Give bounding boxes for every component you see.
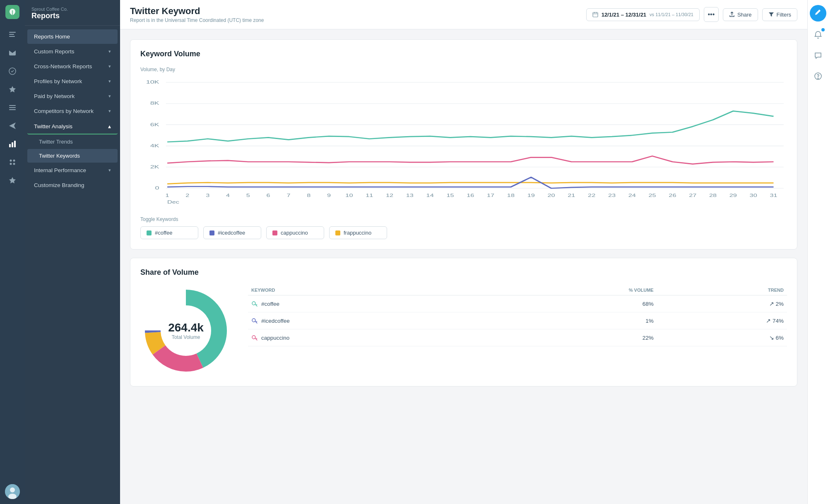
kw-label: #icedcoffee <box>218 230 245 236</box>
svg-text:4K: 4K <box>150 143 159 148</box>
svg-text:10K: 10K <box>146 79 159 84</box>
svg-text:8K: 8K <box>150 101 159 106</box>
sidebar-item-internal-performance[interactable]: Internal Performance ▾ <box>27 163 118 178</box>
svg-text:17: 17 <box>487 193 494 198</box>
sidebar-title: Reports <box>31 12 113 20</box>
kw-color-dot <box>147 230 152 235</box>
col-keyword: Keyword <box>248 285 489 295</box>
share-icon <box>729 12 735 17</box>
svg-point-15 <box>10 487 15 492</box>
svg-text:23: 23 <box>608 193 616 198</box>
sidebar-item-paid-by-network[interactable]: Paid by Network ▾ <box>27 89 118 103</box>
trend-value: ↘ 6% <box>657 329 787 346</box>
share-button[interactable]: Share <box>723 8 758 21</box>
svg-rect-8 <box>12 142 13 147</box>
reports-content: Keyword Volume Volume, by Day 10K 8K 6K … <box>130 39 797 494</box>
kw-color-dot <box>209 230 214 235</box>
sidebar-item-cross-network[interactable]: Cross-Network Reports ▾ <box>27 59 118 74</box>
svg-text:2K: 2K <box>150 164 159 169</box>
keyword-cell: cappuccino <box>248 329 489 346</box>
sidebar-item-twitter-trends[interactable]: Twitter Trends <box>27 135 118 149</box>
kw-color-dot <box>335 230 340 235</box>
svg-text:12: 12 <box>386 193 393 198</box>
kw-toggle-icedcoffee[interactable]: #icedcoffee <box>203 226 261 239</box>
svg-text:4: 4 <box>226 193 230 198</box>
kw-toggle-coffee[interactable]: #coffee <box>140 226 198 239</box>
chevron-down-icon: ▾ <box>108 168 111 173</box>
sidebar-item-competitors-by-network[interactable]: Competitors by Network ▾ <box>27 104 118 118</box>
svg-text:15: 15 <box>446 193 454 198</box>
nav-icon-send[interactable] <box>4 118 21 134</box>
svg-text:28: 28 <box>709 193 717 198</box>
sidebar-item-twitter-keywords[interactable]: Twitter Keywords <box>27 149 118 163</box>
sidebar-item-custom-reports[interactable]: Custom Reports ▾ <box>27 44 118 59</box>
feedback-icon[interactable] <box>811 48 826 63</box>
svg-rect-5 <box>9 107 16 108</box>
share-section: 264.4k Total Volume Keyword % Volume Tre… <box>140 285 787 376</box>
nav-icon-apps[interactable] <box>4 154 21 170</box>
nav-icon-inbox[interactable] <box>4 45 21 61</box>
help-icon[interactable] <box>811 69 826 84</box>
nav-icon-star[interactable] <box>4 172 21 189</box>
svg-text:22: 22 <box>588 193 595 198</box>
nav-icon-publish[interactable] <box>4 26 21 43</box>
sidebar-item-label: Cross-Network Reports <box>34 63 92 70</box>
svg-text:8: 8 <box>307 193 310 198</box>
total-volume-number: 264.4k <box>168 321 204 334</box>
compose-icon <box>814 9 822 17</box>
svg-text:27: 27 <box>689 193 696 198</box>
notifications-icon[interactable] <box>811 27 826 42</box>
sidebar-item-customize-branding[interactable]: Customize Branding <box>27 178 118 192</box>
sidebar-sub-item-label: Twitter Keywords <box>39 153 80 159</box>
col-trend: Trend <box>657 285 787 295</box>
share-label: Share <box>737 12 752 18</box>
sidebar: Sprout Coffee Co. Reports Reports Home C… <box>25 0 120 504</box>
svg-rect-19 <box>596 12 597 13</box>
share-of-volume-title: Share of Volume <box>140 268 787 277</box>
svg-text:18: 18 <box>507 193 515 198</box>
nav-icon-tasks[interactable] <box>4 63 21 79</box>
chevron-down-icon: ▾ <box>108 94 111 99</box>
nav-icon-pin[interactable] <box>4 81 21 98</box>
sidebar-item-reports-home[interactable]: Reports Home <box>27 29 118 44</box>
compare-range-text: vs 11/1/21 – 11/30/21 <box>650 12 693 17</box>
filters-button[interactable]: Filters <box>762 8 797 21</box>
table-row: cappuccino 22% ↘ 6% <box>248 329 787 346</box>
svg-text:2: 2 <box>185 193 189 198</box>
svg-rect-0 <box>9 32 16 33</box>
more-options-button[interactable]: ••• <box>704 7 719 22</box>
svg-rect-1 <box>9 34 14 35</box>
sidebar-item-twitter-analysis[interactable]: Twitter Analysis ▴ <box>27 119 118 134</box>
volume-pct: 1% <box>489 312 657 329</box>
date-range-button[interactable]: 12/1/21 – 12/31/21 vs 11/1/21 – 11/30/21 <box>586 8 700 21</box>
svg-text:6: 6 <box>267 193 270 198</box>
svg-rect-9 <box>14 141 16 147</box>
sprout-logo[interactable] <box>5 5 19 19</box>
dots-icon: ••• <box>708 11 715 18</box>
nav-icon-reports[interactable] <box>4 136 21 152</box>
svg-text:1: 1 <box>166 193 169 198</box>
right-actions-panel <box>807 0 828 504</box>
svg-point-10 <box>10 160 12 162</box>
svg-text:3: 3 <box>206 193 209 198</box>
svg-text:24: 24 <box>628 193 636 198</box>
chart-container: 10K 8K 6K 4K 2K 0 1 <box>140 76 787 208</box>
bell-icon <box>814 31 822 39</box>
report-title: Twitter Keyword <box>130 6 264 17</box>
compose-button[interactable] <box>810 5 826 22</box>
volume-pct: 68% <box>489 295 657 312</box>
key-icon <box>251 317 258 324</box>
user-avatar[interactable] <box>5 484 20 499</box>
kw-toggle-cappuccino[interactable]: cappuccino <box>266 226 324 239</box>
share-of-volume-card: Share of Volume <box>130 258 797 386</box>
kw-toggle-frappuccino[interactable]: frappuccino <box>329 226 387 239</box>
nav-icon-lists[interactable] <box>4 99 21 116</box>
kw-label: cappuccino <box>281 230 308 236</box>
sidebar-item-profiles-by-network[interactable]: Profiles by Network ▾ <box>27 74 118 89</box>
header-left: Twitter Keyword Report is in the Univers… <box>130 6 264 23</box>
keyword-name: cappuccino <box>261 335 289 341</box>
svg-rect-18 <box>594 12 595 13</box>
filters-label: Filters <box>777 12 791 18</box>
svg-text:7: 7 <box>286 193 290 198</box>
svg-text:20: 20 <box>547 193 555 198</box>
